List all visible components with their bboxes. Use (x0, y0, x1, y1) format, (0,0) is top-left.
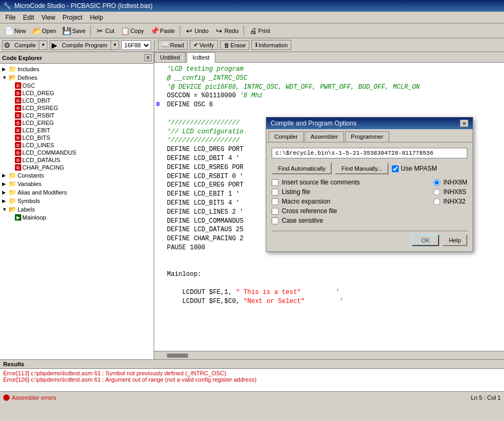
tree-item-mainloop[interactable]: ▶ Mainloop (7, 214, 153, 221)
menu-edit[interactable]: Edit (20, 13, 37, 22)
cut-button[interactable]: ✂ Cut (93, 25, 117, 37)
tree-label-constants: Constants (18, 172, 44, 179)
menu-project[interactable]: Project (60, 13, 86, 22)
find-manually-button[interactable]: Find Manually... (335, 163, 389, 174)
compile-dropdown[interactable]: ⚙ Compile ▼ (2, 40, 47, 50)
print-button[interactable]: 🖨 Print (246, 25, 273, 37)
toolbar: 📄 New 📂 Open 💾 Save ✂ Cut 📋 Copy 📌 Paste… (0, 23, 504, 38)
code-line-4: OSCCON = %01110000 '8 Mhz (156, 91, 502, 100)
tree-item-symbols[interactable]: ▶ 📁 Symbols (1, 197, 153, 205)
tree-item-lcd-lines[interactable]: D LCD_LINES (7, 141, 153, 149)
copy-icon: 📋 (121, 27, 129, 35)
tree-item-lcd-dataus[interactable]: D LCD_DATAUS (7, 156, 153, 164)
results-panel: Results Error[113] c:\pbpdemo\lcdtest.as… (0, 359, 504, 391)
ok-button[interactable]: OK (411, 234, 439, 246)
inhx32-radio[interactable] (433, 198, 440, 205)
redo-button[interactable]: ↪ Redo (212, 25, 241, 37)
use-mpasm-checkbox[interactable] (392, 165, 399, 172)
status-error: Assembler errors (3, 394, 56, 401)
paste-button[interactable]: 📌 Paste (148, 25, 178, 37)
error-indicator (3, 394, 10, 401)
radio-inhx8s: INHX8S (433, 188, 466, 196)
error-line-2: Error[126] c:\pbpdemo\lcdtest.asm 61 : A… (3, 376, 501, 383)
use-mpasm-row: Use MPASM (392, 165, 437, 172)
info-icon: ℹ (255, 41, 257, 48)
information-button[interactable]: ℹ Information (251, 40, 291, 50)
compile-options-dialog[interactable]: Compile and Program Options ✕ Compiler A… (266, 117, 473, 252)
tree-item-lcd-rsreg[interactable]: D LCD_RSREG (7, 104, 153, 112)
listing-file-checkbox[interactable] (272, 189, 279, 196)
tree-item-lcd-ereg[interactable]: D LCD_EREG (7, 119, 153, 127)
copy-button[interactable]: 📋 Copy (118, 25, 147, 37)
menu-file[interactable]: File (2, 13, 19, 22)
tree-item-alias[interactable]: ▶ 📁 Alias and Modifiers (1, 188, 153, 197)
scroll-thumb[interactable] (167, 353, 188, 358)
open-button[interactable]: 📂 Open (30, 25, 59, 37)
menu-view[interactable]: View (38, 13, 58, 22)
tree-item-lcd-rsbit[interactable]: D LCD_RSBIT (7, 112, 153, 119)
dialog-tab-assembler[interactable]: Assembler (305, 131, 344, 142)
tree-label-variables: Variables (18, 181, 41, 187)
compile-arrow-icon[interactable]: ▼ (39, 41, 47, 48)
tree-item-lcd-dreg[interactable]: D LCD_DREG (7, 89, 153, 97)
find-automatically-button[interactable]: Find Automatically (272, 163, 332, 174)
tree-item-labels[interactable]: ▼ 📂 Labels (1, 205, 153, 214)
erase-button[interactable]: 🗑 Erase (220, 40, 250, 50)
dialog-tabs: Compiler Assembler Programmer (266, 129, 473, 142)
folder-icon-constants: 📁 (9, 172, 16, 179)
tree-label-alias: Alias and Modifiers (18, 189, 67, 196)
tree-item-lcd-ebit[interactable]: D LCD_EBIT (7, 127, 153, 134)
tree-label-lcd-dbit: LCD_DBIT (22, 97, 51, 104)
verify-button[interactable]: ✔ Verify (190, 40, 218, 50)
macro-expansion-label: Macro expansion (282, 198, 330, 205)
insert-comments-checkbox[interactable] (272, 179, 279, 186)
tree-arrow-constants: ▶ (2, 173, 7, 178)
dialog-close-button[interactable]: ✕ (460, 120, 468, 127)
cross-reference-checkbox[interactable] (272, 208, 279, 215)
case-sensitive-checkbox[interactable] (272, 217, 279, 224)
inhx32-label: INHX32 (443, 198, 466, 205)
tree-item-constants[interactable]: ▶ 📁 Constants (1, 171, 153, 180)
tree-item-defines[interactable]: ▼ 📂 Defines (1, 73, 153, 82)
tree-item-osc[interactable]: D OSC (7, 82, 153, 89)
tree-item-char-pacing[interactable]: D CHAR_PACING (7, 164, 153, 171)
new-button[interactable]: 📄 New (2, 25, 29, 37)
radio-inhx8m: INHX8M (433, 179, 467, 186)
tree-item-lcd-dbit[interactable]: D LCD_DBIT (7, 97, 153, 104)
listing-file-label: Listing file (282, 188, 310, 196)
dialog-tab-compiler[interactable]: Compiler (268, 131, 304, 142)
toolbar-separator-2 (180, 26, 180, 36)
title-bar: 🔧 MicroCode Studio - PICBASIC PRO (lcdte… (0, 0, 504, 12)
tree-item-includes[interactable]: ▶ 📁 Includes (1, 65, 153, 73)
tab-lcdtest[interactable]: lcdtest (187, 52, 215, 63)
inhx8s-radio[interactable] (433, 189, 440, 196)
label-icon-mainloop: ▶ (15, 214, 21, 221)
help-button[interactable]: Help (442, 234, 467, 246)
tree-label-lcd-dreg: LCD_DREG (22, 90, 54, 96)
tree-item-lcd-bits[interactable]: D LCD_BITS (7, 134, 153, 141)
redo-icon: ↪ (215, 27, 223, 35)
read-button[interactable]: 📖 Read (158, 40, 188, 50)
macro-expansion-checkbox[interactable] (272, 198, 279, 205)
undo-button[interactable]: ↩ Undo (182, 25, 211, 37)
cut-icon: ✂ (96, 27, 104, 35)
cross-reference-label: Cross reference file (282, 207, 337, 215)
tab-untitled[interactable]: Untitled (154, 52, 186, 62)
define-icon-lcd-ebit: D (15, 127, 21, 133)
define-icon-lcd-bits: D (15, 134, 21, 141)
menu-help[interactable]: Help (87, 13, 106, 22)
folder-icon-labels: 📂 (9, 206, 16, 213)
toolbar-separator-1 (90, 26, 91, 36)
compile-program-arrow-icon[interactable]: ▼ (111, 41, 119, 48)
tree-item-variables[interactable]: ▶ 📁 Variables (1, 180, 153, 188)
results-content: Error[113] c:\pbpdemo\lcdtest.asm 61 : S… (0, 369, 504, 390)
compile-program-dropdown[interactable]: ▶ Compile Program ▼ (49, 40, 119, 50)
status-left: Assembler errors (3, 394, 56, 401)
horizontal-scrollbar[interactable] (154, 351, 504, 359)
dialog-tab-programmer[interactable]: Programmer (345, 131, 389, 142)
inhx8m-radio[interactable] (433, 179, 440, 186)
chip-selector[interactable]: 16F88 (121, 40, 151, 50)
save-button[interactable]: 💾 Save (60, 25, 88, 37)
tree-item-lcd-commandus[interactable]: D LCD_COMMANDUS (7, 149, 153, 156)
sidebar-close-button[interactable]: ✕ (144, 54, 152, 61)
